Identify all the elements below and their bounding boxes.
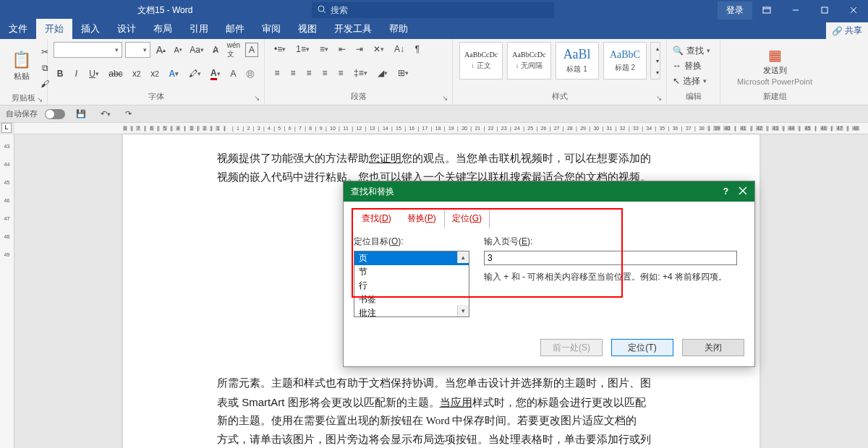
redo-button[interactable]: ↷ <box>122 107 135 121</box>
launcher-icon[interactable]: ↘ <box>37 95 43 103</box>
styles-more-button[interactable]: ▾ <box>651 66 664 79</box>
list-item[interactable]: 行 <box>354 279 469 293</box>
tab-goto[interactable]: 定位(G) <box>444 209 490 228</box>
send-to-ppt-button[interactable]: ▦ 发送到 Microsoft PowerPoint <box>726 42 823 90</box>
menu-insert[interactable]: 插入 <box>72 19 109 39</box>
list-item[interactable]: 书签 <box>354 293 469 306</box>
style-heading2[interactable]: AaBbC标题 2 <box>603 42 647 79</box>
highlight-button[interactable]: 🖍▾ <box>185 66 204 81</box>
borders-button[interactable]: ⊞▾ <box>394 66 412 80</box>
show-marks-button[interactable]: ¶ <box>411 42 424 56</box>
close-button[interactable]: 关闭 <box>682 339 744 356</box>
ribbon-group-new: ▦ 发送到 Microsoft PowerPoint 新建组 <box>720 39 829 105</box>
menu-design[interactable]: 设计 <box>109 19 145 39</box>
clear-format-button[interactable]: A̷ <box>209 43 222 57</box>
save-button[interactable]: 💾 <box>72 107 90 121</box>
ribbon-group-styles: AaBbCcDc↓ 正文 AaBbCcDc↓ 无间隔 AaBl标题 1 AaBb… <box>453 39 667 105</box>
scroll-down-button[interactable]: ▾ <box>457 305 469 316</box>
menu-help[interactable]: 帮助 <box>380 19 417 39</box>
close-icon[interactable] <box>739 186 747 197</box>
char-border-button[interactable]: A <box>245 43 258 57</box>
share-button[interactable]: 🔗共享 <box>826 22 868 39</box>
page-number-input[interactable] <box>484 251 737 265</box>
save-icon: 💾 <box>76 109 86 119</box>
tab-replace[interactable]: 替换(P) <box>399 209 444 228</box>
distribute-button[interactable]: ≡ <box>334 66 347 80</box>
change-case-button[interactable]: Aa▾ <box>187 43 205 57</box>
increase-indent-button[interactable]: ⇥ <box>352 42 367 56</box>
menu-file[interactable]: 文件 <box>0 19 36 39</box>
multilevel-button[interactable]: ≡▾ <box>316 42 332 56</box>
align-left-button[interactable]: ≡ <box>271 66 284 80</box>
tab-selector[interactable]: L <box>1 123 12 133</box>
paste-button[interactable]: 📋 粘贴 <box>6 42 37 90</box>
launcher-icon[interactable]: ↘ <box>656 94 662 102</box>
scroll-up-button[interactable]: ▴ <box>457 251 469 263</box>
menu-home[interactable]: 开始 <box>36 19 72 39</box>
minimize-icon[interactable] <box>781 0 810 20</box>
enclose-char-button[interactable]: ㊐ <box>242 66 258 81</box>
list-item[interactable]: 页 <box>354 251 469 265</box>
bold-button[interactable]: B <box>54 66 67 81</box>
decrease-indent-button[interactable]: ⇤ <box>335 42 349 56</box>
close-icon[interactable] <box>839 0 868 20</box>
line-spacing-button[interactable]: ‡≡▾ <box>350 66 371 80</box>
select-button[interactable]: ↖选择▾ <box>673 74 714 88</box>
menu-dev[interactable]: 开发工具 <box>326 19 380 39</box>
vertical-ruler[interactable]: 43444546474849 <box>0 134 14 448</box>
font-family-select[interactable]: ▾ <box>54 42 122 58</box>
bullets-button[interactable]: •≡▾ <box>271 42 289 56</box>
superscript-button[interactable]: x2 <box>147 66 162 81</box>
menu-layout[interactable]: 布局 <box>145 19 181 39</box>
svg-point-0 <box>318 6 324 12</box>
maximize-icon[interactable] <box>810 0 839 20</box>
grow-font-button[interactable]: A▴ <box>153 43 168 57</box>
font-color-button[interactable]: A▾ <box>207 66 224 81</box>
menu-review[interactable]: 审阅 <box>253 19 289 39</box>
help-icon[interactable]: ? <box>723 186 728 197</box>
find-button[interactable]: 🔍查找▾ <box>673 43 714 58</box>
dialog-titlebar[interactable]: 查找和替换 ? <box>344 181 754 202</box>
align-center-button[interactable]: ≡ <box>286 66 299 80</box>
autosave-toggle[interactable] <box>45 109 65 119</box>
ribbon: 📋 粘贴 ✂ ⧉ 🖌 剪贴板↘ ▾ ▾ A▴ A▾ Aa▾ A̷ wén文 A … <box>0 39 868 105</box>
phonetic-button[interactable]: wén文 <box>225 43 242 57</box>
italic-button[interactable]: I <box>69 66 82 81</box>
highlighter-icon: 🖍 <box>189 69 197 79</box>
align-right-button[interactable]: ≡ <box>302 66 315 80</box>
ribbon-display-icon[interactable] <box>752 0 781 20</box>
search-box[interactable]: 搜索 <box>312 2 554 18</box>
goto-target-list[interactable]: 页 节 行 书签 批注 脚注 ▴ ▾ <box>354 251 469 317</box>
menu-view[interactable]: 视图 <box>289 19 326 39</box>
text-effects-button[interactable]: A▾ <box>166 66 182 81</box>
undo-button[interactable]: ↶▾ <box>97 107 114 121</box>
sort-button[interactable]: A↓ <box>391 42 408 56</box>
horizontal-ruler[interactable]: 8|7|6|5|4|3|2|1||1|2|3|4|5|6|7|8|9|10|11… <box>14 123 868 134</box>
list-item[interactable]: 节 <box>354 265 469 279</box>
list-item[interactable]: 批注 <box>354 306 469 317</box>
tab-find[interactable]: 查找(D) <box>354 209 399 228</box>
launcher-icon[interactable]: ↘ <box>442 94 448 102</box>
justify-button[interactable]: ≡ <box>318 66 331 80</box>
goto-button[interactable]: 定位(T) <box>611 339 673 356</box>
style-normal[interactable]: AaBbCcDc↓ 正文 <box>459 42 503 79</box>
text-direction-button[interactable]: ✕▾ <box>370 42 388 56</box>
styles-up-button[interactable]: ▴ <box>651 43 664 55</box>
login-button[interactable]: 登录 <box>718 1 752 20</box>
underline-button[interactable]: U▾ <box>85 66 102 81</box>
menu-references[interactable]: 引用 <box>181 19 217 39</box>
numbering-button[interactable]: 1≡▾ <box>292 42 313 56</box>
style-nospacing[interactable]: AaBbCcDc↓ 无间隔 <box>507 42 550 79</box>
char-shading-button[interactable]: A <box>226 66 239 81</box>
shrink-font-button[interactable]: A▾ <box>171 43 185 57</box>
launcher-icon[interactable]: ↘ <box>254 94 260 102</box>
font-size-select[interactable]: ▾ <box>125 42 150 58</box>
replace-button[interactable]: ↔替换 <box>673 59 714 73</box>
styles-down-button[interactable]: ▾ <box>651 55 664 67</box>
strike-button[interactable]: abc <box>106 66 127 81</box>
menu-mail[interactable]: 邮件 <box>217 19 253 39</box>
subscript-button[interactable]: x2 <box>129 66 144 81</box>
shading-button[interactable]: ◢▾ <box>374 66 391 80</box>
style-heading1[interactable]: AaBl标题 1 <box>556 42 599 79</box>
prev-button[interactable]: 前一处(S) <box>540 339 603 356</box>
